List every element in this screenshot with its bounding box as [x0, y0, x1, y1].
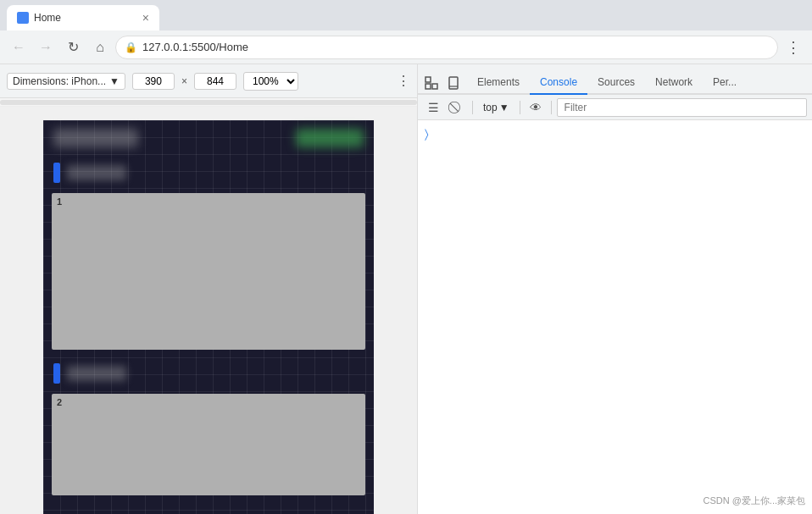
context-chevron-icon: ▼	[499, 102, 509, 113]
toolbar-separator-3	[551, 101, 552, 114]
scroll-indicator	[0, 100, 417, 105]
toolbar-separator-2	[520, 101, 520, 114]
address-text: 127.0.0.1:5500/Home	[142, 41, 769, 53]
phone-content[interactable]: 1 2	[0, 107, 417, 514]
phone-card-2-num: 2	[57, 397, 62, 407]
toolbar-separator	[472, 101, 473, 114]
phone-item-2-row	[43, 356, 374, 390]
device-toolbar: Dimensions: iPhon... ▼ × 100% 75% 50% ⋮	[0, 64, 417, 98]
lock-icon: 🔒	[125, 41, 137, 53]
phone-item-1-label	[67, 165, 126, 180]
reload-button[interactable]: ↻	[61, 36, 85, 59]
phone-item-2-dot	[53, 363, 60, 384]
devtools-console-toolbar: ☰ ⃠ top ▼ 👁	[418, 95, 812, 120]
browser-toolbar: ← → ↻ ⌂ 🔒 127.0.0.1:5500/Home ⋮	[0, 30, 812, 64]
device-selector[interactable]: Dimensions: iPhon... ▼	[7, 73, 125, 90]
tab-performance[interactable]: Per...	[703, 71, 747, 95]
phone-screen: 1 2	[43, 120, 374, 514]
context-selector[interactable]: top ▼	[478, 100, 514, 115]
inspect-element-button[interactable]	[421, 73, 442, 93]
device-label: Dimensions: iPhon...	[13, 75, 106, 87]
phone-nav-bar	[43, 120, 374, 156]
phone-card-2: 2	[52, 394, 365, 495]
phone-card-1: 1	[52, 193, 365, 350]
eye-button[interactable]: 👁	[526, 97, 546, 118]
tab-network[interactable]: Network	[645, 71, 703, 95]
tab-favicon	[17, 12, 29, 24]
svg-rect-2	[425, 84, 431, 89]
devtools-left-icons	[421, 73, 464, 93]
device-chevron-icon: ▼	[109, 75, 120, 87]
phone-nav-right	[296, 129, 364, 147]
address-bar[interactable]: 🔒 127.0.0.1:5500/Home	[115, 36, 778, 59]
height-input[interactable]	[194, 73, 236, 90]
console-chevron-icon[interactable]: 〉	[421, 124, 809, 145]
phone-card-1-num: 1	[57, 196, 62, 207]
zoom-selector[interactable]: 100% 75% 50%	[243, 72, 298, 91]
tab-console[interactable]: Console	[530, 71, 587, 95]
width-input[interactable]	[132, 73, 175, 90]
svg-rect-0	[425, 77, 431, 82]
devtools-tab-bar: Elements Console Sources Network Per...	[418, 64, 812, 95]
viewport-panel: Dimensions: iPhon... ▼ × 100% 75% 50% ⋮	[0, 64, 418, 514]
tab-close-button[interactable]: ×	[142, 11, 149, 25]
main-area: Dimensions: iPhon... ▼ × 100% 75% 50% ⋮	[0, 64, 812, 514]
phone-item-2-label	[67, 366, 126, 381]
forward-button[interactable]: →	[34, 36, 58, 59]
svg-rect-1	[432, 84, 437, 89]
clear-console-button[interactable]: ⃠	[447, 97, 467, 118]
phone-item-1-row	[43, 156, 374, 190]
tab-sources[interactable]: Sources	[587, 71, 645, 95]
sidebar-toggle-button[interactable]: ☰	[423, 97, 443, 118]
devtools-panel: Elements Console Sources Network Per... …	[418, 64, 812, 514]
device-toggle-button[interactable]	[443, 73, 464, 93]
phone-nav-left	[53, 129, 138, 147]
dimension-separator: ×	[181, 75, 187, 87]
devtools-console-content: 〉	[418, 120, 812, 514]
home-button[interactable]: ⌂	[88, 36, 112, 59]
tab-bar: Home ×	[0, 0, 812, 30]
filter-input[interactable]	[557, 98, 807, 117]
tab-title: Home	[34, 12, 137, 24]
phone-item-1-dot	[53, 163, 60, 183]
top-label: top	[483, 102, 498, 113]
scroll-bar-area	[0, 98, 417, 107]
watermark: CSDN @爱上你...家菜包	[703, 495, 805, 507]
device-more-button[interactable]: ⋮	[397, 73, 410, 89]
browser-tab[interactable]: Home ×	[7, 5, 159, 30]
more-button[interactable]: ⋮	[781, 36, 805, 59]
svg-rect-3	[449, 77, 458, 89]
tab-elements[interactable]: Elements	[467, 71, 530, 95]
back-button[interactable]: ←	[7, 36, 31, 59]
browser-frame: Home × ← → ↻ ⌂ 🔒 127.0.0.1:5500/Home ⋮ D…	[0, 0, 812, 514]
